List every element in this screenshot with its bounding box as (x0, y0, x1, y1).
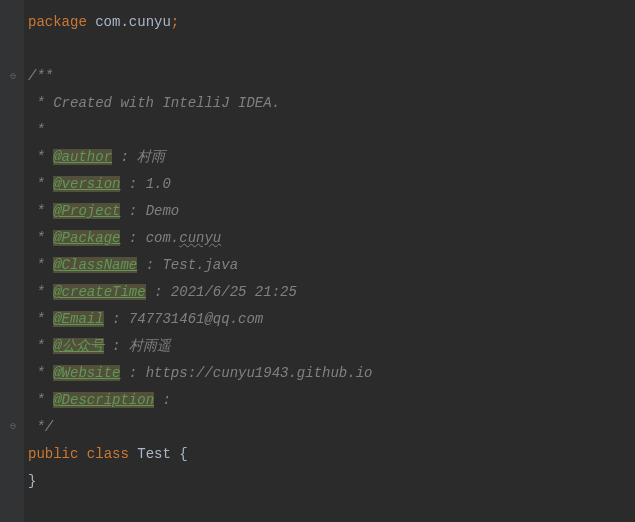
javadoc-prefix: * (28, 338, 53, 354)
javadoc-star: * (28, 122, 45, 138)
javadoc-tag-project: @Project (53, 203, 120, 219)
code-line: * @Website : https://cunyu1943.github.io (28, 361, 635, 388)
keyword-class: class (87, 446, 129, 462)
javadoc-prefix: * (28, 230, 53, 246)
javadoc-value: : https://cunyu1943.github.io (120, 365, 372, 381)
javadoc-value: : 村雨 (112, 149, 165, 165)
code-editor[interactable]: package com.cunyu; /** * Created with In… (0, 0, 635, 496)
dot: . (120, 14, 128, 30)
javadoc-tag-version: @version (53, 176, 120, 192)
code-line: * (28, 118, 635, 145)
keyword-package: package (28, 14, 87, 30)
code-line: * @Email : 747731461@qq.com (28, 307, 635, 334)
javadoc-tag-classname: @ClassName (53, 257, 137, 273)
code-line: } (28, 469, 635, 496)
javadoc-text: * Created with IntelliJ IDEA. (28, 95, 280, 111)
code-line: public class Test { (28, 442, 635, 469)
javadoc-value: : Demo (120, 203, 179, 219)
code-line: * @ClassName : Test.java (28, 253, 635, 280)
fold-icon[interactable]: ⊖ (10, 418, 16, 437)
javadoc-value: : (154, 392, 171, 408)
javadoc-prefix: * (28, 176, 53, 192)
code-line: * @Package : com.cunyu (28, 226, 635, 253)
javadoc-tag-description: @Description (53, 392, 154, 408)
package-part: cunyu (129, 14, 171, 30)
javadoc-value: : 村雨遥 (104, 338, 171, 354)
code-line: /** (28, 64, 635, 91)
editor-gutter: ⊖ ⊖ (0, 0, 24, 522)
code-line: * @Description : (28, 388, 635, 415)
code-line: */ (28, 415, 635, 442)
javadoc-value: : com. (120, 230, 179, 246)
package-part: com (95, 14, 120, 30)
keyword-public: public (28, 446, 78, 462)
open-brace: { (179, 446, 187, 462)
javadoc-prefix: * (28, 257, 53, 273)
javadoc-prefix: * (28, 311, 53, 327)
code-line: * @version : 1.0 (28, 172, 635, 199)
javadoc-value: : Test.java (137, 257, 238, 273)
javadoc-value: : 747731461@qq.com (104, 311, 264, 327)
javadoc-tag-email: @Email (53, 311, 103, 327)
javadoc-open: /** (28, 68, 53, 84)
javadoc-value-wavy: cunyu (179, 230, 221, 246)
semicolon: ; (171, 14, 179, 30)
fold-icon[interactable]: ⊖ (10, 68, 16, 87)
javadoc-tag-gzh: @公众号 (53, 338, 103, 354)
javadoc-prefix: * (28, 284, 53, 300)
close-brace: } (28, 473, 36, 489)
javadoc-prefix: * (28, 149, 53, 165)
javadoc-tag-website: @Website (53, 365, 120, 381)
javadoc-prefix: * (28, 365, 53, 381)
javadoc-tag-createtime: @createTime (53, 284, 145, 300)
javadoc-close: */ (28, 419, 53, 435)
code-line: * Created with IntelliJ IDEA. (28, 91, 635, 118)
class-name: Test (137, 446, 171, 462)
javadoc-tag-package: @Package (53, 230, 120, 246)
code-line: * @createTime : 2021/6/25 21:25 (28, 280, 635, 307)
code-line: * @公众号 : 村雨遥 (28, 334, 635, 361)
javadoc-value: : 2021/6/25 21:25 (146, 284, 297, 300)
code-line: package com.cunyu; (28, 10, 635, 37)
javadoc-prefix: * (28, 203, 53, 219)
javadoc-prefix: * (28, 392, 53, 408)
code-line (28, 37, 635, 64)
javadoc-value: : 1.0 (120, 176, 170, 192)
code-line: * @author : 村雨 (28, 145, 635, 172)
javadoc-tag-author: @author (53, 149, 112, 165)
code-line: * @Project : Demo (28, 199, 635, 226)
